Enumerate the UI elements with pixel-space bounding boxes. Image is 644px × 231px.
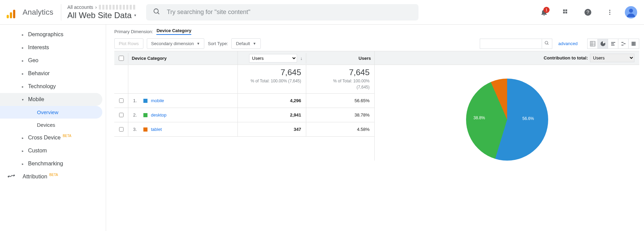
svg-rect-0 [7, 15, 9, 18]
view-pie-icon[interactable] [598, 39, 608, 49]
metric-percent: 56.65% [306, 94, 374, 108]
svg-rect-6 [563, 12, 565, 13]
sort-type-dropdown[interactable]: Default ▼ [231, 38, 260, 49]
row-checkbox[interactable] [119, 98, 124, 103]
totals-subtext: % of Total: 100.00% [311, 79, 370, 83]
primary-dimension-value[interactable]: Device Category [156, 28, 191, 35]
sidebar-item-benchmarking[interactable]: ▸ Benchmarking [0, 157, 106, 170]
sort-type-label: Sort Type: [208, 41, 228, 46]
svg-line-18 [548, 44, 549, 45]
sidebar-item-label: Custom [28, 148, 47, 154]
sidebar-item-technology[interactable]: ▸ Technology [0, 80, 106, 93]
sort-descending-icon[interactable]: ↓ [300, 56, 303, 61]
table-filter-input[interactable] [480, 39, 542, 49]
svg-point-3 [154, 9, 158, 13]
sidebar-item-mobile[interactable]: ▾ Mobile [0, 93, 102, 106]
sidebar-item-label: Technology [28, 83, 56, 90]
sidebar-item-cross-device[interactable]: ▸ Cross Device BETA [0, 131, 106, 144]
caret-right-icon: ▸ [22, 46, 24, 50]
app-title: Analytics [23, 4, 61, 21]
avatar[interactable] [625, 6, 637, 18]
color-swatch [143, 113, 147, 117]
svg-rect-32 [634, 42, 635, 46]
advanced-filter-link[interactable]: advanced [558, 41, 578, 46]
sidebar-item-label: Cross Device [28, 135, 61, 141]
sidebar-item-demographics[interactable]: ▸ Demographics [0, 28, 106, 41]
metric2-column-header: Users [306, 53, 374, 64]
header-actions: 1 ? [537, 5, 640, 19]
svg-point-13 [609, 14, 610, 15]
sidebar-item-label: Mobile [28, 96, 44, 103]
caret-right-icon: ▸ [22, 72, 24, 76]
sidebar-item-behavior[interactable]: ▸ Behavior [0, 67, 106, 80]
search-bar[interactable] [146, 4, 418, 21]
totals-row: 7,645 % of Total: 100.00% (7,645) 7,645 … [114, 65, 374, 94]
pie-slice-label: 56.6% [523, 116, 534, 121]
property-selector[interactable]: All Web Site Data ▼ [67, 11, 137, 20]
table-row: 3. tablet 347 4.58% [114, 122, 374, 137]
help-icon[interactable]: ? [581, 5, 595, 19]
contribution-label: Contribution to total: [544, 55, 588, 60]
notifications-button[interactable]: 1 [537, 5, 551, 19]
sidebar-item-interests[interactable]: ▸ Interests [0, 41, 106, 54]
view-comparison-icon[interactable] [618, 39, 629, 49]
contribution-header: Contribution to total: Users [375, 51, 639, 65]
contribution-panel: Contribution to total: Users 56.6% 38.8% [374, 51, 639, 161]
sidebar-item-label: Benchmarking [28, 161, 63, 167]
caret-down-icon: ▼ [197, 42, 200, 45]
color-swatch [143, 99, 147, 103]
property-breadcrumb[interactable]: All accounts › All Web Site Data ▼ [61, 4, 137, 20]
sidebar-item-label: Interests [28, 44, 49, 51]
contribution-metric-select[interactable]: Users [590, 54, 634, 62]
dimension-value-link[interactable]: desktop [151, 112, 167, 118]
table-filter-search-button[interactable] [542, 39, 552, 49]
dimension-value-link[interactable]: tablet [151, 127, 162, 132]
caret-right-icon: ▸ [22, 136, 24, 140]
metric1-column-header: Users ↓ [237, 51, 306, 65]
caret-right-icon: ▸ [22, 59, 24, 63]
caret-down-icon: ▼ [133, 14, 137, 17]
plot-rows-button[interactable]: Plot Rows [114, 38, 143, 49]
table-row: 2. desktop 2,941 38.78% [114, 108, 374, 122]
view-bar-icon[interactable] [608, 39, 618, 49]
row-checkbox[interactable] [119, 127, 124, 132]
breadcrumb-accounts: All accounts [67, 4, 93, 10]
table-toolbar: Plot Rows Secondary dimension ▼ Sort Typ… [114, 38, 639, 49]
search-icon [153, 8, 160, 16]
dimension-value-link[interactable]: mobile [151, 98, 164, 103]
view-table-icon[interactable] [588, 39, 598, 49]
caret-down-icon: ▾ [22, 98, 24, 101]
row-checkbox[interactable] [119, 112, 124, 118]
view-switcher [587, 39, 639, 49]
sidebar-item-attribution[interactable]: Attribution BETA [0, 170, 106, 183]
notification-badge: 1 [543, 7, 550, 13]
svg-rect-30 [632, 42, 633, 46]
caret-right-icon: ▸ [22, 85, 24, 89]
select-all-checkbox[interactable] [119, 56, 124, 61]
apps-icon[interactable] [559, 5, 573, 19]
metric-select[interactable]: Users [249, 54, 297, 63]
svg-rect-19 [590, 41, 595, 46]
kebab-menu-icon[interactable] [603, 5, 617, 19]
secondary-dimension-dropdown[interactable]: Secondary dimension ▼ [147, 38, 205, 49]
svg-line-4 [158, 13, 159, 14]
sidebar-item-label: Demographics [28, 31, 63, 38]
sidebar-item-geo[interactable]: ▸ Geo [0, 54, 106, 67]
sidebar-item-custom[interactable]: ▸ Custom [0, 144, 106, 157]
row-index: 1. [133, 98, 140, 103]
sidebar-item-overview[interactable]: Overview [0, 106, 102, 119]
sidebar-item-devices[interactable]: Devices [0, 119, 106, 131]
sidebar-item-label: Devices [37, 122, 55, 128]
select-all-cell [114, 53, 128, 64]
sort-type-value: Default [236, 41, 250, 46]
chevron-right-icon: › [95, 4, 97, 10]
row-index: 2. [133, 112, 140, 118]
svg-rect-31 [633, 42, 634, 46]
search-input[interactable] [167, 9, 412, 16]
color-swatch [143, 127, 147, 132]
view-pivot-icon[interactable] [629, 39, 639, 49]
svg-point-17 [545, 41, 548, 44]
primary-dimension-label: Primary Dimension: [114, 29, 153, 34]
svg-point-15 [8, 176, 9, 177]
secondary-dimension-label: Secondary dimension [151, 41, 194, 46]
